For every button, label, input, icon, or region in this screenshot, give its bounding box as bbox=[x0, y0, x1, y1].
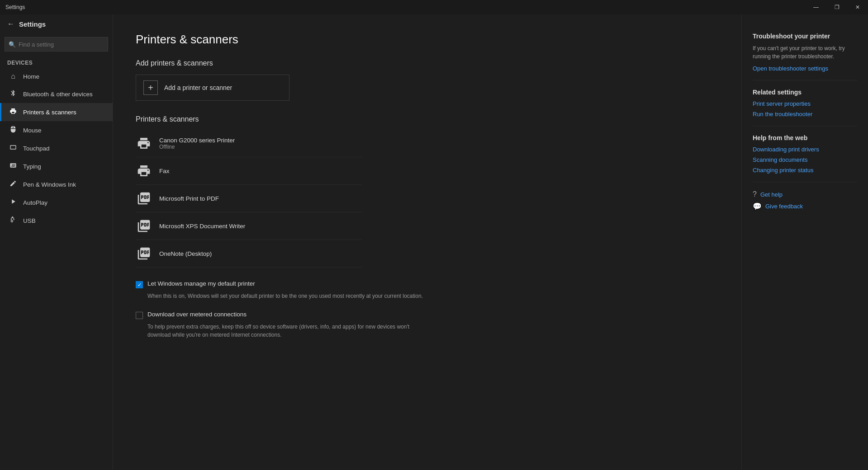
add-printer-label: Add a printer or scanner bbox=[164, 84, 232, 91]
checkbox-metered[interactable] bbox=[136, 312, 143, 319]
typing-icon bbox=[9, 162, 18, 171]
pen-icon bbox=[9, 180, 18, 189]
give-feedback-link[interactable]: Give feedback bbox=[765, 203, 803, 210]
sidebar-item-touchpad-label: Touchpad bbox=[23, 145, 50, 152]
autoplay-icon bbox=[9, 198, 18, 207]
scanning-documents-link[interactable]: Scanning documents bbox=[753, 156, 857, 163]
printer-name-canon: Canon G2000 series Printer bbox=[159, 137, 235, 144]
sidebar-item-printers-label: Printers & scanners bbox=[23, 109, 76, 116]
printer-item-pdf[interactable]: Microsoft Print to PDF bbox=[136, 185, 362, 212]
right-panel: Troubleshoot your printer If you can't g… bbox=[741, 14, 868, 470]
sidebar-item-usb[interactable]: USB bbox=[0, 212, 113, 230]
sidebar-item-home-label: Home bbox=[23, 73, 39, 80]
back-icon: ← bbox=[7, 20, 14, 28]
printer-icon-pdf bbox=[136, 190, 152, 207]
touchpad-icon bbox=[9, 144, 18, 153]
checkbox-section: ✓ Let Windows manage my default printer … bbox=[136, 280, 425, 339]
open-troubleshooter-link[interactable]: Open troubleshooter settings bbox=[753, 65, 857, 72]
printer-icon-xps bbox=[136, 218, 152, 234]
checkmark-icon: ✓ bbox=[138, 282, 142, 288]
sidebar-item-mouse-label: Mouse bbox=[23, 127, 42, 134]
sidebar-header-title: Settings bbox=[19, 20, 46, 28]
printer-info-xps: Microsoft XPS Document Writer bbox=[159, 223, 245, 230]
printer-item-onenote[interactable]: OneNote (Desktop) bbox=[136, 240, 362, 268]
get-help-link[interactable]: Get help bbox=[760, 191, 783, 198]
sidebar: ← Settings 🔍 Devices ⌂ Home Bluetooth & … bbox=[0, 14, 113, 470]
sidebar-item-autoplay-label: AutoPlay bbox=[23, 199, 47, 206]
printer-item-fax[interactable]: Fax bbox=[136, 157, 362, 185]
help-from-web-title: Help from the web bbox=[753, 134, 857, 141]
panel-divider-2 bbox=[753, 126, 857, 126]
app-body: ← Settings 🔍 Devices ⌂ Home Bluetooth & … bbox=[0, 14, 868, 470]
sidebar-search-box[interactable]: 🔍 bbox=[5, 37, 108, 52]
checkbox-metered-label: Download over metered connections bbox=[147, 311, 247, 318]
sidebar-item-touchpad[interactable]: Touchpad bbox=[0, 139, 113, 157]
get-help-icon: ? bbox=[753, 190, 757, 198]
sidebar-item-pen-label: Pen & Windows Ink bbox=[23, 181, 76, 188]
usb-icon bbox=[9, 216, 18, 225]
sidebar-item-usb-label: USB bbox=[23, 217, 36, 224]
home-icon: ⌂ bbox=[9, 72, 18, 80]
printers-section-heading: Printers & scanners bbox=[136, 115, 719, 123]
print-server-properties-link[interactable]: Print server properties bbox=[753, 100, 857, 107]
printer-info-fax: Fax bbox=[159, 168, 170, 174]
sidebar-section-label: Devices bbox=[0, 55, 113, 68]
printer-item-xps[interactable]: Microsoft XPS Document Writer bbox=[136, 212, 362, 240]
printer-icon-fax bbox=[136, 163, 152, 179]
downloading-print-drivers-link[interactable]: Downloading print drivers bbox=[753, 146, 857, 153]
printer-name-onenote: OneNote (Desktop) bbox=[159, 250, 212, 257]
add-printer-plus-icon: + bbox=[143, 80, 158, 95]
printer-name-xps: Microsoft XPS Document Writer bbox=[159, 223, 245, 230]
printer-nav-icon bbox=[9, 108, 18, 117]
sidebar-item-pen[interactable]: Pen & Windows Ink bbox=[0, 175, 113, 193]
add-section-heading: Add printers & scanners bbox=[136, 59, 719, 67]
restore-button[interactable]: ❐ bbox=[826, 0, 847, 14]
minimize-button[interactable]: — bbox=[806, 0, 826, 14]
sidebar-item-mouse[interactable]: Mouse bbox=[0, 121, 113, 139]
get-help-item[interactable]: ? Get help bbox=[753, 190, 857, 198]
printer-info-canon: Canon G2000 series Printer Offline bbox=[159, 137, 235, 150]
printer-icon-onenote bbox=[136, 245, 152, 262]
checkbox-default-printer[interactable]: ✓ bbox=[136, 281, 143, 288]
sidebar-item-bluetooth-label: Bluetooth & other devices bbox=[23, 91, 93, 98]
changing-printer-status-link[interactable]: Changing printer status bbox=[753, 167, 857, 174]
sidebar-item-home[interactable]: ⌂ Home bbox=[0, 68, 113, 85]
sidebar-item-typing-label: Typing bbox=[23, 163, 41, 170]
checkbox-default-printer-desc: When this is on, Windows will set your d… bbox=[147, 292, 425, 300]
printer-item-canon[interactable]: Canon G2000 series Printer Offline bbox=[136, 130, 362, 157]
troubleshoot-title: Troubleshoot your printer bbox=[753, 33, 857, 40]
related-settings-title: Related settings bbox=[753, 89, 857, 96]
troubleshoot-text: If you can't get your printer to work, t… bbox=[753, 44, 857, 61]
search-icon: 🔍 bbox=[9, 41, 16, 48]
titlebar: Settings — ❐ ✕ bbox=[0, 0, 868, 14]
printer-icon-canon bbox=[136, 135, 152, 151]
titlebar-controls: — ❐ ✕ bbox=[806, 0, 868, 14]
checkbox-row-metered[interactable]: Download over metered connections bbox=[136, 311, 425, 319]
run-troubleshooter-link[interactable]: Run the troubleshooter bbox=[753, 111, 857, 118]
search-input[interactable] bbox=[19, 41, 104, 48]
main-content: Printers & scanners Add printers & scann… bbox=[113, 14, 741, 470]
panel-divider-3 bbox=[753, 182, 857, 182]
sidebar-item-printers[interactable]: Printers & scanners bbox=[0, 103, 113, 121]
bluetooth-icon bbox=[9, 89, 18, 99]
printer-name-fax: Fax bbox=[159, 168, 170, 174]
give-feedback-item[interactable]: 💬 Give feedback bbox=[753, 202, 857, 211]
printer-info-onenote: OneNote (Desktop) bbox=[159, 250, 212, 257]
sidebar-item-typing[interactable]: Typing bbox=[0, 157, 113, 175]
printer-name-pdf: Microsoft Print to PDF bbox=[159, 195, 219, 202]
printer-status-canon: Offline bbox=[159, 144, 235, 150]
give-feedback-icon: 💬 bbox=[753, 202, 762, 211]
checkbox-row-default-printer[interactable]: ✓ Let Windows manage my default printer bbox=[136, 280, 425, 288]
sidebar-item-autoplay[interactable]: AutoPlay bbox=[0, 193, 113, 212]
checkbox-metered-desc: To help prevent extra charges, keep this… bbox=[147, 323, 425, 339]
sidebar-back-header[interactable]: ← Settings bbox=[0, 14, 113, 33]
page-title: Printers & scanners bbox=[136, 33, 719, 47]
panel-divider-1 bbox=[753, 80, 857, 80]
add-printer-button[interactable]: + Add a printer or scanner bbox=[136, 75, 289, 101]
mouse-icon bbox=[9, 126, 18, 135]
sidebar-item-bluetooth[interactable]: Bluetooth & other devices bbox=[0, 85, 113, 103]
checkbox-default-printer-label: Let Windows manage my default printer bbox=[147, 280, 255, 287]
printer-info-pdf: Microsoft Print to PDF bbox=[159, 195, 219, 202]
titlebar-title: Settings bbox=[0, 4, 25, 10]
close-button[interactable]: ✕ bbox=[847, 0, 868, 14]
